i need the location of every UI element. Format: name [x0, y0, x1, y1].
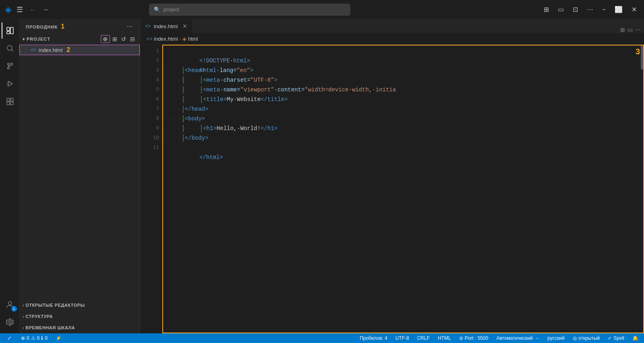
svg-point-7: [7, 67, 9, 69]
hamburger-icon[interactable]: ☰: [17, 5, 23, 14]
svg-rect-15: [7, 102, 10, 105]
nav-arrows: ← →: [28, 4, 50, 15]
line-num-11: 11: [153, 143, 159, 153]
search-bar[interactable]: 🔍 project: [149, 4, 350, 16]
tab-close-btn[interactable]: ✕: [182, 23, 187, 29]
sidebar-layout-btn[interactable]: ▭: [555, 4, 566, 15]
svg-marker-9: [8, 81, 12, 86]
error-icon: ⊗: [21, 335, 25, 341]
status-spaces[interactable]: Пробелов: 4: [358, 335, 389, 341]
breadcrumb-sep: ›: [179, 37, 181, 41]
vertical-scrollbar[interactable]: [640, 45, 644, 333]
code-content[interactable]: <!DOCTYPE·html> <html·lang="en"> ····<he…: [162, 45, 640, 333]
indent-guide-6b: [201, 96, 202, 103]
project-header[interactable]: ▾ PROJECT ⊕ ⊞ ↺ ⊟: [19, 33, 140, 45]
status-port[interactable]: ⊘ Port : 5500: [458, 335, 490, 341]
line-num-10: 10: [153, 133, 159, 143]
code-line-1: <!DOCTYPE·html>: [166, 46, 640, 56]
status-auto[interactable]: Автоматический →: [495, 335, 541, 341]
encoding-label: UTF-8: [396, 335, 409, 341]
svg-rect-14: [10, 98, 13, 101]
status-eol[interactable]: CRLF: [416, 335, 431, 341]
sidebar-more-btn[interactable]: ⋯: [126, 23, 133, 31]
timeline-header[interactable]: › ВРЕМЕННАЯ ШКАЛА: [19, 322, 140, 333]
line-num-4: 4: [156, 75, 159, 85]
indent-guide-9b: [201, 125, 202, 132]
new-file-btn[interactable]: ⊕: [101, 35, 110, 43]
status-bar: ⤢ ⊗ 0 ⚠ 0 ℹ 0 ⚡ Пробелов: 4 UTF-8 CRLF H…: [0, 333, 644, 343]
line-num-8: 8: [156, 114, 159, 124]
sidebar-structure: › СТРУКТУРА: [19, 311, 140, 322]
search-icon: 🔍: [154, 6, 160, 12]
activity-item-account[interactable]: 1: [2, 296, 18, 312]
error-count: 0: [27, 335, 29, 341]
spell-label: открытый: [578, 335, 600, 341]
warning-count: 0: [37, 335, 40, 341]
grid-layout-btn[interactable]: ⊡: [570, 4, 580, 15]
activity-item-source-control[interactable]: [2, 58, 18, 74]
status-locale[interactable]: русский: [546, 335, 566, 341]
tab-split-btn[interactable]: ⊞: [620, 27, 625, 33]
code-line-6: ········<title>My·Website</title>: [166, 95, 640, 104]
line-num-1: 1: [156, 46, 159, 56]
annotation-1: 1: [61, 23, 65, 30]
tab-bar: <> index.html ✕ ⊞ ▭ ⋯: [140, 19, 644, 33]
back-arrow[interactable]: ←: [28, 4, 37, 15]
status-language[interactable]: HTML: [436, 335, 453, 341]
status-errors[interactable]: ⊗ 0 ⚠ 0 ℹ 0: [19, 335, 49, 341]
breadcrumb-element[interactable]: html: [188, 36, 198, 42]
structure-header[interactable]: › СТРУКТУРА: [19, 311, 140, 322]
status-spell[interactable]: ◎ открытый: [571, 335, 601, 341]
status-remote[interactable]: ⤢: [4, 335, 14, 341]
spell-icon: ◎: [573, 335, 577, 341]
svg-point-17: [8, 302, 12, 305]
spaces-label: Пробелов: 4: [360, 335, 387, 341]
activity-item-search[interactable]: [2, 40, 18, 56]
breadcrumb-file[interactable]: index.html: [154, 36, 178, 42]
activity-item-settings[interactable]: [2, 314, 18, 330]
activity-item-extensions[interactable]: [2, 93, 18, 110]
activity-item-run-debug[interactable]: [2, 76, 18, 92]
tab-more-btn[interactable]: ⋯: [635, 27, 641, 33]
refresh-btn[interactable]: ↺: [120, 35, 128, 43]
auto-arrow: →: [534, 335, 539, 341]
restore-btn[interactable]: ⬜: [612, 4, 625, 15]
breadcrumb-html-icon: <>: [147, 36, 152, 42]
status-encoding[interactable]: UTF-8: [394, 335, 411, 341]
status-power[interactable]: ⚡: [54, 335, 63, 341]
sidebar-header: ПРОВОДНИК 1 ⋯: [19, 19, 140, 33]
language-label: HTML: [438, 335, 451, 341]
remote-icon: ⤢: [7, 335, 11, 341]
project-name-label: PROJECT: [27, 37, 99, 41]
indent-guide-5a: [183, 86, 184, 93]
panel-layout-btn[interactable]: ⊞: [541, 4, 551, 15]
line-num-3: 3: [156, 66, 159, 75]
tab-index-html[interactable]: <> index.html ✕: [140, 19, 193, 33]
forward-arrow[interactable]: →: [41, 4, 50, 15]
new-folder-btn[interactable]: ⊞: [111, 35, 119, 43]
power-icon: ⚡: [56, 335, 62, 341]
close-btn[interactable]: ✕: [629, 4, 639, 15]
code-editor[interactable]: 3 1 2 3 4 5 6 7 8 9 10 11 <!DOCTYPE·html: [140, 45, 644, 333]
status-spell-check[interactable]: ✓ Spell: [606, 335, 626, 341]
tab-bar-actions: ⊞ ▭ ⋯: [617, 27, 644, 33]
file-item-index-html[interactable]: <> index.html 2: [19, 45, 140, 55]
main-area: 1 ПРОВОДНИК 1 ⋯ ▾ PROJECT ⊕ ⊞ ↺ ⊟: [0, 19, 644, 333]
more-layout-btn[interactable]: ⋯: [584, 4, 596, 15]
open-editors-header[interactable]: › ОТКРЫТЫЕ РЕДАКТОРЫ: [19, 300, 140, 311]
indent-guide-10a: [183, 134, 184, 142]
minimize-btn[interactable]: −: [600, 4, 608, 15]
breadcrumb-element-icon: ◈: [182, 36, 186, 42]
title-bar-right: ⊞ ▭ ⊡ ⋯ − ⬜ ✕: [541, 4, 639, 15]
svg-point-5: [7, 63, 9, 65]
line-num-2: 2: [156, 56, 159, 66]
open-editors-arrow: ›: [23, 303, 24, 308]
collapse-all-btn[interactable]: ⊟: [128, 35, 137, 43]
status-bell[interactable]: 🔔: [631, 335, 640, 341]
tab-layout-btn[interactable]: ▭: [627, 27, 633, 33]
bell-icon: 🔔: [632, 335, 638, 341]
activity-item-explorer[interactable]: [2, 23, 18, 39]
svg-rect-13: [7, 98, 10, 101]
scrollbar-thumb[interactable]: [641, 45, 643, 70]
spell-check-label: Spell: [613, 335, 624, 341]
